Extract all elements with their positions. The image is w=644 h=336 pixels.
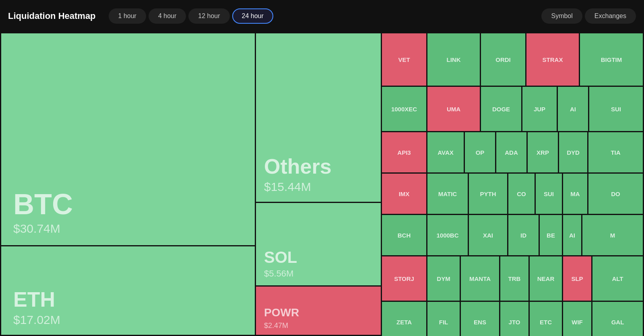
ai-label: AI — [570, 106, 576, 113]
ordi-cell[interactable]: ORDI — [481, 33, 525, 86]
sui-label: SUI — [611, 106, 621, 113]
app-title: Liquidation Heatmap — [8, 11, 96, 21]
storj-cell[interactable]: STORJ — [382, 256, 426, 301]
gal-cell[interactable]: GAL — [592, 302, 643, 336]
api3-label: API3 — [397, 149, 411, 156]
link-label: LINK — [447, 56, 461, 63]
id-label: ID — [520, 232, 526, 239]
ens-cell[interactable]: ENS — [461, 302, 499, 336]
row-2: 1000XEC UMA DOGE JUP AI SUI — [382, 87, 643, 131]
vet-cell[interactable]: VET — [382, 33, 426, 86]
ai2-cell[interactable]: AI — [563, 215, 581, 255]
jto-label: JTO — [509, 319, 520, 326]
link-cell[interactable]: LINK — [427, 33, 480, 86]
uma-label: UMA — [447, 106, 460, 113]
ma-cell[interactable]: MA — [563, 174, 587, 214]
powr-label: POWR — [264, 307, 299, 318]
wif-cell[interactable]: WIF — [563, 302, 591, 336]
sol-cell[interactable]: SOL $5.56M — [256, 203, 381, 285]
storj-label: STORJ — [394, 275, 414, 282]
api3-cell[interactable]: API3 — [382, 132, 426, 172]
pyth-cell[interactable]: PYTH — [469, 174, 507, 214]
imx-cell[interactable]: IMX — [382, 174, 426, 214]
alt-cell[interactable]: ALT — [592, 256, 643, 301]
slp-label: SLP — [571, 275, 583, 282]
op-cell[interactable]: OP — [465, 132, 495, 172]
etc-label: ETC — [540, 319, 552, 326]
dyd-cell[interactable]: DYD — [559, 132, 587, 172]
time-tabs: 1 hour 4 hour 12 hour 24 hour — [109, 8, 537, 24]
dym-label: DYM — [437, 275, 450, 282]
row-7: ZETA FIL ENS JTO ETC WIF GAL — [382, 302, 643, 336]
strax-label: STRAX — [543, 56, 563, 63]
1000bc-cell[interactable]: 1000BC — [427, 215, 468, 255]
powr-cell[interactable]: POWR $2.47M — [256, 287, 381, 335]
others-cell[interactable]: Others $15.44M — [256, 33, 381, 202]
xrp-label: XRP — [537, 149, 549, 156]
powr-value: $2.47M — [264, 322, 288, 330]
ma-label: MA — [570, 191, 580, 197]
eth-cell[interactable]: ETH $17.02M — [1, 246, 255, 335]
exchanges-button[interactable]: Exchanges — [585, 8, 636, 24]
wif-label: WIF — [572, 319, 583, 326]
ai2-label: AI — [569, 232, 575, 239]
others-value: $15.44M — [264, 180, 311, 194]
btc-cell[interactable]: BTC $30.74M — [1, 33, 255, 245]
op-label: OP — [476, 149, 485, 156]
zeta-label: ZETA — [396, 319, 412, 326]
symbol-button[interactable]: Symbol — [541, 8, 582, 24]
trb-cell[interactable]: TRB — [500, 256, 528, 301]
1000xec-label: 1000XEC — [391, 106, 417, 113]
sui2-cell[interactable]: SUI — [536, 174, 562, 214]
sui-cell[interactable]: SUI — [589, 87, 643, 131]
matic-cell[interactable]: MATIC — [427, 174, 468, 214]
1000xec-cell[interactable]: 1000XEC — [382, 87, 426, 131]
ada-label: ADA — [505, 149, 518, 156]
ada-cell[interactable]: ADA — [496, 132, 526, 172]
row-3: API3 AVAX OP ADA XRP DYD TIA — [382, 132, 643, 172]
matic-label: MATIC — [438, 191, 457, 197]
strax-cell[interactable]: STRAX — [526, 33, 579, 86]
slp-cell[interactable]: SLP — [563, 256, 591, 301]
btc-value: $30.74M — [13, 222, 60, 236]
bigtim-cell[interactable]: BIGTIM — [580, 33, 643, 86]
doge-cell[interactable]: DOGE — [481, 87, 521, 131]
jto-cell[interactable]: JTO — [500, 302, 528, 336]
tab-1hour[interactable]: 1 hour — [109, 8, 146, 24]
bch-label: BCH — [398, 232, 411, 239]
right-column: VET LINK ORDI STRAX BIGTIM 1000XEC UMA D… — [382, 33, 643, 335]
row-6: STORJ DYM MANTA TRB NEAR SLP ALT — [382, 256, 643, 301]
id-cell[interactable]: ID — [508, 215, 539, 255]
uma-cell[interactable]: UMA — [427, 87, 480, 131]
gal-label: GAL — [611, 319, 624, 326]
right-tabs: Symbol Exchanges — [541, 8, 636, 24]
tia-cell[interactable]: TIA — [588, 132, 643, 172]
tia-label: TIA — [611, 149, 620, 156]
do-label: DO — [611, 191, 620, 197]
avax-cell[interactable]: AVAX — [427, 132, 464, 172]
near-cell[interactable]: NEAR — [530, 256, 562, 301]
co-cell[interactable]: CO — [508, 174, 535, 214]
eth-label: ETH — [13, 289, 55, 310]
dym-cell[interactable]: DYM — [427, 256, 460, 301]
xai-cell[interactable]: XAI — [469, 215, 507, 255]
manta-cell[interactable]: MANTA — [461, 256, 499, 301]
zeta-cell[interactable]: ZETA — [382, 302, 426, 336]
tab-24hour[interactable]: 24 hour — [232, 8, 273, 24]
xrp-cell[interactable]: XRP — [528, 132, 558, 172]
near-label: NEAR — [537, 275, 555, 282]
tab-4hour[interactable]: 4 hour — [149, 8, 186, 24]
jup-cell[interactable]: JUP — [522, 87, 557, 131]
row-1: VET LINK ORDI STRAX BIGTIM — [382, 33, 643, 86]
ai-cell[interactable]: AI — [558, 87, 588, 131]
etc-cell[interactable]: ETC — [530, 302, 562, 336]
tab-12hour[interactable]: 12 hour — [188, 8, 229, 24]
be-label: BE — [547, 232, 555, 239]
others-label: Others — [264, 156, 332, 177]
do-cell[interactable]: DO — [588, 174, 643, 214]
be-cell[interactable]: BE — [540, 215, 562, 255]
bch-cell[interactable]: BCH — [382, 215, 426, 255]
row-4: IMX MATIC PYTH CO SUI MA DO — [382, 174, 643, 214]
m-cell[interactable]: M — [582, 215, 643, 255]
fil-cell[interactable]: FIL — [427, 302, 460, 336]
